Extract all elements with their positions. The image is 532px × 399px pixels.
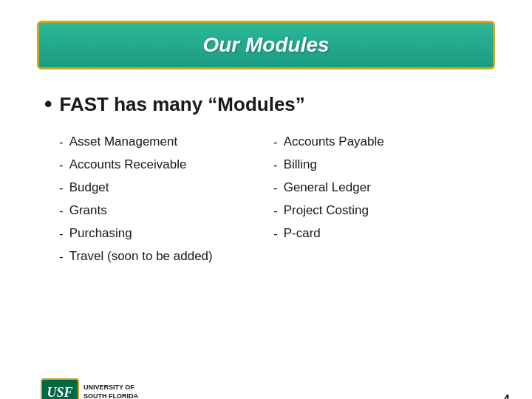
list-item: - Budget bbox=[59, 177, 273, 199]
item-accounts-receivable: Accounts Receivable bbox=[69, 157, 187, 172]
item-general-ledger: General Ledger bbox=[284, 180, 371, 195]
title-banner: Our Modules bbox=[37, 21, 495, 69]
list-item: - Accounts Payable bbox=[273, 132, 488, 153]
usf-logo: USF UNIVERSITY OF SOUTH FLORIDA bbox=[41, 378, 138, 399]
dash: - bbox=[273, 204, 278, 219]
modules-list: - Asset Management - Accounts Receivable… bbox=[59, 132, 488, 245]
usf-label: UNIVERSITY OF SOUTH FLORIDA bbox=[83, 383, 138, 399]
list-item: - P-card bbox=[273, 223, 488, 245]
list-item: - Grants bbox=[59, 200, 273, 222]
slide-title: Our Modules bbox=[202, 33, 329, 56]
usf-logo-box: USF bbox=[41, 378, 79, 399]
right-column: - Accounts Payable - Billing - General L… bbox=[273, 132, 488, 245]
list-item: - Billing bbox=[273, 154, 488, 176]
item-grants: Grants bbox=[69, 203, 107, 218]
item-budget: Budget bbox=[69, 180, 109, 195]
dash: - bbox=[273, 135, 278, 150]
bullet-point: • bbox=[44, 92, 52, 117]
dash: - bbox=[59, 227, 64, 242]
footer: USF UNIVERSITY OF SOUTH FLORIDA bbox=[41, 378, 138, 399]
item-purchasing: Purchasing bbox=[69, 226, 132, 241]
list-item: - Asset Management bbox=[59, 132, 273, 153]
list-item: - General Ledger bbox=[273, 177, 488, 199]
dash: - bbox=[59, 204, 64, 219]
list-item: - Purchasing bbox=[59, 223, 273, 245]
item-accounts-payable: Accounts Payable bbox=[284, 134, 384, 149]
bullet-section: • FAST has many “Modules” - Asset Manage… bbox=[44, 92, 488, 267]
main-bullet: • FAST has many “Modules” bbox=[44, 92, 488, 117]
dash: - bbox=[59, 158, 64, 173]
usf-florida: SOUTH FLORIDA bbox=[83, 392, 138, 399]
dash: - bbox=[273, 227, 278, 242]
dash: - bbox=[273, 158, 278, 173]
list-item: - Accounts Receivable bbox=[59, 154, 273, 176]
page-number: 4 bbox=[503, 393, 510, 399]
item-asset-management: Asset Management bbox=[69, 134, 177, 149]
travel-item: - Travel (soon to be added) bbox=[59, 246, 488, 267]
item-pcard: P-card bbox=[284, 226, 321, 241]
item-travel: Travel (soon to be added) bbox=[69, 249, 213, 264]
main-bullet-text: FAST has many “Modules” bbox=[60, 93, 305, 116]
dash: - bbox=[59, 181, 64, 196]
usf-logo-text: USF bbox=[47, 385, 72, 400]
slide: Our Modules • FAST has many “Modules” - … bbox=[0, 21, 532, 399]
item-billing: Billing bbox=[284, 157, 317, 172]
list-item: - Project Costing bbox=[273, 200, 488, 222]
dash: - bbox=[59, 135, 64, 150]
item-project-costing: Project Costing bbox=[284, 203, 369, 218]
dash: - bbox=[59, 250, 64, 265]
dash: - bbox=[273, 181, 278, 196]
travel-row: - Travel (soon to be added) bbox=[59, 246, 488, 267]
usf-university: UNIVERSITY OF bbox=[83, 383, 138, 392]
left-column: - Asset Management - Accounts Receivable… bbox=[59, 132, 273, 245]
